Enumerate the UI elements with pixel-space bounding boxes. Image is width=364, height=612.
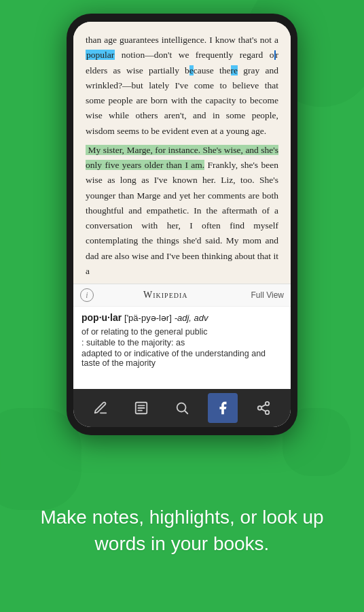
search-button[interactable] [167, 393, 197, 423]
tagline-area: Make notes, highlights, or look up words… [0, 449, 364, 612]
bottom-toolbar [73, 389, 291, 427]
highlighted-word-popular: popular [86, 50, 115, 60]
wiki-def-2: : suitable to the majority: as [81, 338, 283, 347]
paragraph-2: My sister, Marge, for instance. She's wi… [86, 143, 278, 279]
svg-line-9 [261, 409, 266, 411]
book-content-area: than age guarantees intelligence. I know… [73, 22, 291, 284]
wiki-phonetic: ['pä-pyə-lər] [124, 313, 172, 323]
wiki-header: i Wikipedia Full View [73, 284, 291, 307]
cursor-inline [274, 50, 276, 60]
wiki-definitions: of or relating to the general public : s… [81, 327, 283, 368]
wiki-def-3: adapted to or indicative of the understa… [81, 349, 283, 368]
wiki-word: pop·u·lar ['pä-pyə-lər] -adj, adv [81, 312, 283, 323]
svg-line-10 [261, 405, 266, 407]
wikipedia-panel: i Wikipedia Full View pop·u·lar ['pä-pyə… [73, 284, 291, 389]
wiki-body: pop·u·lar ['pä-pyə-lər] -adj, adv of or … [73, 307, 291, 375]
facebook-button[interactable] [208, 393, 238, 423]
svg-point-4 [177, 403, 186, 412]
full-view-button[interactable]: Full View [251, 290, 284, 300]
phone-frame: than age guarantees intelligence. I know… [67, 14, 297, 435]
book-text: than age guarantees intelligence. I know… [86, 33, 278, 279]
wikipedia-title: Wikipedia [80, 290, 251, 301]
phone-screen: than age guarantees intelligence. I know… [73, 22, 291, 427]
pen-button[interactable] [86, 393, 115, 423]
svg-line-5 [185, 411, 187, 413]
share-button[interactable] [249, 393, 278, 423]
wiki-def-1: of or relating to the general public [81, 327, 283, 337]
wiki-pos: -adj, adv [175, 313, 208, 323]
notes-button[interactable] [126, 393, 156, 423]
tagline-text: Make notes, highlights, or look up words… [27, 504, 337, 557]
highlighted-sentence: My sister, Marge, for instance. She's wi… [86, 145, 278, 170]
paragraph-1: than age guarantees intelligence. I know… [86, 33, 278, 139]
